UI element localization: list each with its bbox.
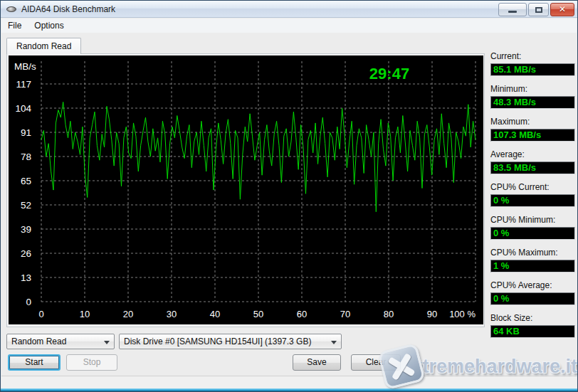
app-window: AIDA64 Disk Benchmark ✕ File Options Ran… (0, 0, 578, 392)
stat-block-size-value: 64 KB (490, 325, 575, 338)
watermark-text: xtremehardware.it (411, 356, 577, 378)
svg-text:13: 13 (21, 272, 31, 283)
svg-text:104: 104 (15, 103, 31, 114)
benchmark-type-value: Random Read (11, 337, 66, 346)
stat-average-label: Average: (490, 149, 575, 159)
close-button[interactable]: ✕ (550, 3, 574, 16)
svg-text:65: 65 (21, 176, 31, 186)
stat-block-size: Block Size: 64 KB (490, 313, 575, 338)
disk-icon (6, 4, 17, 15)
stat-cpu-average-label: CPU% Average: (490, 280, 575, 290)
svg-text:0: 0 (38, 309, 43, 319)
svg-text:10: 10 (80, 309, 90, 319)
tab-random-read[interactable]: Random Read (6, 38, 81, 54)
stat-cpu-current-value: 0 % (490, 194, 575, 207)
chevron-down-icon (331, 341, 337, 344)
stat-cpu-minimum-value: 0 % (490, 227, 575, 240)
stat-cpu-maximum-value: 1 % (490, 260, 575, 272)
stat-cpu-maximum-label: CPU% Maximum: (490, 248, 575, 258)
stat-cpu-maximum: CPU% Maximum: 1 % (490, 248, 575, 272)
stat-cpu-current: CPU% Current: 0 % (490, 182, 575, 207)
disk-drive-value: Disk Drive #0 [SAMSUNG HD154UI] (1397.3 … (124, 337, 311, 346)
status-bar (1, 376, 577, 388)
stat-maximum: Maximum: 107.3 MB/s (490, 117, 575, 142)
stat-minimum: Minimum: 48.3 MB/s (490, 84, 575, 109)
svg-text:60: 60 (297, 309, 307, 319)
svg-text:39: 39 (21, 224, 31, 235)
svg-text:91: 91 (21, 127, 31, 138)
clear-button[interactable]: Clear (351, 354, 401, 371)
minimize-icon (508, 11, 517, 13)
svg-text:20: 20 (123, 309, 133, 319)
svg-text:117: 117 (16, 79, 31, 90)
stat-maximum-label: Maximum: (490, 117, 575, 127)
menu-file[interactable]: File (1, 18, 28, 33)
stat-average: Average: 83.5 MB/s (490, 149, 575, 174)
svg-text:29:47: 29:47 (369, 65, 409, 83)
benchmark-type-select[interactable]: Random Read (6, 334, 115, 349)
chevron-down-icon (104, 341, 110, 344)
svg-text:30: 30 (167, 309, 177, 319)
stat-current: Current: 85.1 MB/s (490, 51, 575, 76)
window-controls: ✕ (498, 3, 574, 16)
disk-drive-select[interactable]: Disk Drive #0 [SAMSUNG HD154UI] (1397.3 … (119, 334, 342, 349)
stat-average-value: 83.5 MB/s (490, 161, 575, 174)
svg-text:0: 0 (26, 297, 31, 307)
stat-cpu-minimum-label: CPU% Minimum: (490, 215, 575, 225)
svg-text:100 %: 100 % (449, 309, 475, 319)
save-button[interactable]: Save (293, 354, 341, 371)
stop-button[interactable]: Stop (66, 354, 117, 371)
svg-text:78: 78 (21, 152, 31, 162)
menu-options[interactable]: Options (28, 18, 70, 33)
svg-text:80: 80 (384, 309, 394, 319)
svg-text:90: 90 (427, 309, 437, 319)
maximize-button[interactable] (528, 3, 549, 16)
menu-bar: File Options (1, 18, 577, 33)
stats-panel: Current: 85.1 MB/s Minimum: 48.3 MB/s Ma… (490, 51, 575, 346)
minimize-button[interactable] (498, 3, 527, 16)
svg-text:50: 50 (253, 309, 263, 319)
window-title: AIDA64 Disk Benchmark (21, 4, 115, 14)
stat-block-size-label: Block Size: (490, 313, 575, 323)
stat-minimum-label: Minimum: (490, 84, 575, 94)
stat-minimum-value: 48.3 MB/s (490, 96, 575, 109)
benchmark-chart: 0102030405060708090100 %1171049178655239… (9, 55, 483, 324)
svg-text:40: 40 (210, 309, 220, 319)
close-icon: ✕ (551, 4, 574, 14)
start-button[interactable]: Start (8, 354, 61, 371)
stat-cpu-average: CPU% Average: 0 % (490, 280, 575, 305)
stat-maximum-value: 107.3 MB/s (490, 129, 575, 142)
maximize-icon (535, 7, 542, 13)
window-frame-bottom (1, 388, 577, 391)
stat-current-value: 85.1 MB/s (490, 63, 575, 76)
stat-cpu-current-label: CPU% Current: (490, 182, 575, 192)
title-bar: AIDA64 Disk Benchmark ✕ (1, 1, 577, 18)
svg-text:70: 70 (340, 309, 350, 319)
svg-text:MB/s: MB/s (14, 61, 36, 72)
svg-text:52: 52 (21, 200, 31, 211)
stat-current-label: Current: (490, 51, 575, 61)
svg-text:26: 26 (21, 248, 31, 259)
stat-cpu-average-value: 0 % (490, 292, 575, 305)
stat-cpu-minimum: CPU% Minimum: 0 % (490, 215, 575, 240)
